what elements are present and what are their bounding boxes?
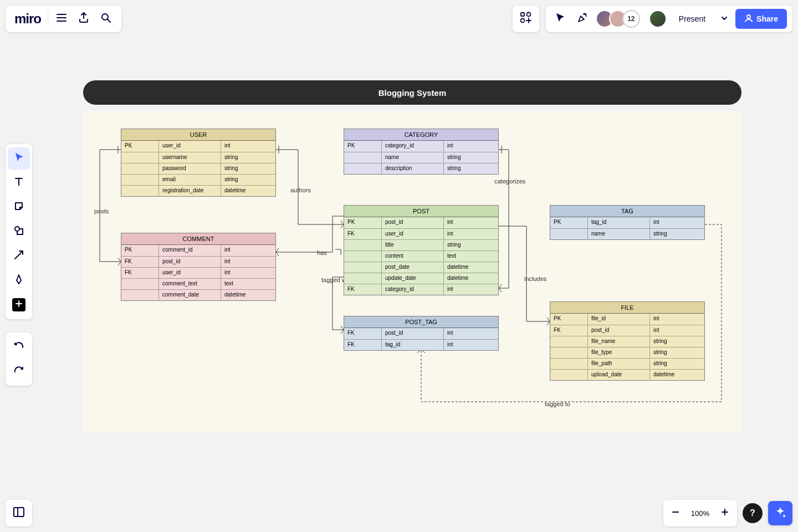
- zoom-out-button[interactable]: [667, 502, 684, 524]
- entity-body: PKpost_idintFKuser_idinttitlestringconte…: [344, 217, 498, 295]
- cursor-mode-button[interactable]: [551, 8, 569, 30]
- ai-button[interactable]: [768, 501, 792, 525]
- plus-icon: [720, 508, 729, 519]
- text-icon: [13, 176, 24, 190]
- entity-user[interactable]: USER PKuser_idintusernamestringpasswords…: [121, 129, 276, 197]
- miro-logo[interactable]: miro: [10, 11, 45, 27]
- entity-row: PKcomment_idint: [121, 245, 275, 256]
- menu-button[interactable]: [50, 8, 73, 30]
- col-key: PK: [550, 314, 588, 325]
- entity-post[interactable]: POST PKpost_idintFKuser_idinttitlestring…: [344, 205, 499, 295]
- entity-comment[interactable]: COMMENT PKcomment_idintFKpost_idintFKuse…: [121, 233, 276, 301]
- export-icon: [78, 12, 89, 25]
- zoom-in-button[interactable]: [716, 502, 734, 524]
- undo-icon: [13, 340, 24, 354]
- sticky-tool[interactable]: [8, 196, 30, 218]
- entity-post-tag[interactable]: POST_TAG FKpost_idintFKtag_idint: [344, 316, 499, 351]
- col-type: text: [221, 279, 275, 289]
- connectors: [0, 0, 798, 532]
- entity-file[interactable]: FILE PKfile_idintFKpost_idintfile_namest…: [550, 301, 705, 381]
- entity-tag[interactable]: TAG PKtag_idintnamestring: [550, 205, 705, 240]
- svg-point-3: [520, 19, 524, 23]
- divider: [48, 11, 48, 27]
- col-key: [550, 359, 588, 369]
- undo-button[interactable]: [8, 336, 30, 358]
- entity-row: FKcategory_idint: [344, 284, 498, 295]
- col-key: [550, 336, 588, 347]
- col-type: int: [444, 284, 498, 295]
- chevron-down-icon: [721, 14, 728, 24]
- rel-label-posts: posts: [94, 208, 109, 214]
- col-key: PK: [550, 217, 588, 228]
- arrow-tool[interactable]: [8, 245, 30, 267]
- entity-row: PKfile_idint: [550, 314, 704, 325]
- col-key: [344, 251, 382, 262]
- share-label: Share: [756, 14, 778, 23]
- collaborator-avatars[interactable]: 12: [596, 10, 640, 28]
- select-tool[interactable]: [8, 147, 30, 170]
- zoom-controls: 100%: [663, 500, 737, 526]
- col-type: string: [444, 163, 498, 174]
- col-key: [121, 186, 159, 196]
- shape-tool[interactable]: [8, 221, 30, 243]
- col-field: name: [588, 229, 650, 239]
- col-type: int: [650, 217, 704, 228]
- more-tools-button[interactable]: [12, 298, 25, 311]
- entity-body: PKuser_idintusernamestringpasswordstring…: [121, 141, 275, 196]
- rel-label-tagged-with: tagged with: [321, 277, 352, 283]
- entity-header: FILE: [550, 302, 704, 314]
- current-user-avatar[interactable]: [649, 10, 667, 28]
- reactions-button[interactable]: [574, 8, 591, 30]
- entity-row: namestring: [344, 152, 498, 163]
- present-button[interactable]: Present: [671, 9, 713, 29]
- svg-point-5: [15, 227, 19, 231]
- col-field: post_id: [382, 328, 444, 339]
- col-field: name: [382, 152, 444, 163]
- sticky-icon: [13, 201, 24, 214]
- col-field: comment_text: [159, 279, 221, 289]
- frames-panel-button[interactable]: [6, 500, 32, 526]
- apps-icon: [520, 12, 532, 26]
- col-type: datetime: [221, 186, 275, 196]
- entity-row: registration_datedatetime: [121, 185, 275, 196]
- search-button[interactable]: [95, 8, 117, 30]
- entity-header: POST_TAG: [344, 316, 498, 328]
- entity-body: PKfile_idintFKpost_idintfile_namestringf…: [550, 314, 704, 380]
- share-button[interactable]: Share: [735, 9, 787, 29]
- zoom-level[interactable]: 100%: [687, 509, 714, 518]
- confetti-icon: [577, 12, 588, 25]
- apps-button[interactable]: [513, 6, 539, 32]
- col-field: registration_date: [159, 186, 221, 196]
- present-dropdown[interactable]: [718, 8, 731, 30]
- history-toolbar: [6, 332, 32, 386]
- col-field: comment_date: [159, 290, 221, 300]
- pen-icon: [13, 274, 24, 287]
- col-key: [121, 152, 159, 163]
- entity-row: PKcategory_idint: [344, 141, 498, 152]
- col-field: file_id: [588, 314, 650, 325]
- entity-row: comment_datedatetime: [121, 289, 275, 300]
- export-button[interactable]: [73, 8, 95, 30]
- entity-row: contenttext: [344, 250, 498, 262]
- help-button[interactable]: ?: [743, 503, 763, 523]
- col-type: int: [444, 229, 498, 239]
- canvas[interactable]: Blogging System posts authors has catego…: [0, 0, 798, 532]
- pen-tool[interactable]: [8, 269, 30, 291]
- frame-background: [83, 111, 741, 432]
- board-title[interactable]: Blogging System: [83, 80, 741, 105]
- entity-category[interactable]: CATEGORY PKcategory_idintnamestringdescr…: [344, 129, 499, 175]
- entity-header: POST: [344, 206, 498, 217]
- col-type: string: [650, 359, 704, 369]
- search-icon: [100, 12, 111, 25]
- col-field: title: [382, 240, 444, 250]
- col-key: [344, 262, 382, 273]
- entity-row: file_namestring: [550, 336, 704, 347]
- col-type: int: [444, 328, 498, 339]
- col-field: user_id: [382, 229, 444, 239]
- col-key: FK: [344, 284, 382, 295]
- col-field: username: [159, 152, 221, 163]
- text-tool[interactable]: [8, 172, 30, 194]
- col-key: FK: [344, 340, 382, 350]
- redo-button[interactable]: [8, 360, 30, 382]
- col-field: user_id: [159, 141, 221, 152]
